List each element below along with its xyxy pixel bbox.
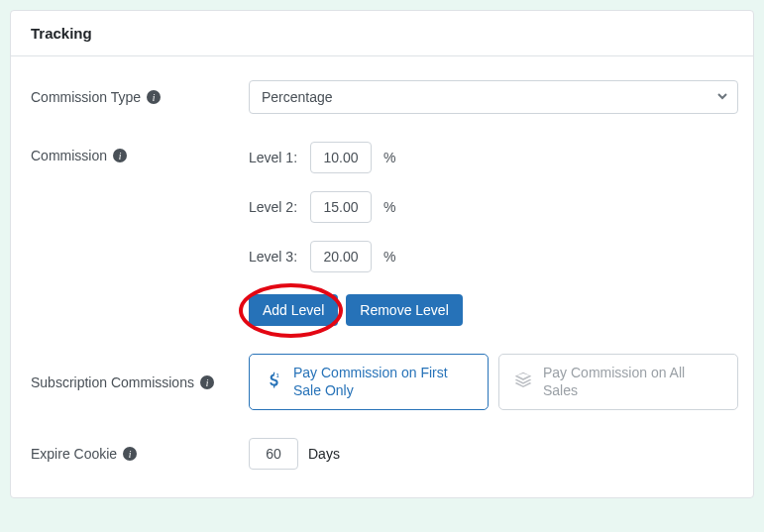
info-icon[interactable]: i: [147, 90, 161, 104]
level-unit: %: [383, 199, 395, 215]
level-3-input[interactable]: [310, 241, 372, 272]
expire-cookie-unit: Days: [308, 446, 340, 462]
commission-type-select-wrap: Percentage: [249, 80, 738, 114]
info-icon[interactable]: i: [123, 447, 137, 461]
row-commission: Commission i Level 1: % Level 2: % Level: [31, 142, 733, 326]
commission-level-row: Level 2: %: [249, 191, 733, 223]
option-all-sales[interactable]: Pay Commission on All Sales: [498, 354, 738, 410]
label-subscription-text: Subscription Commissions: [31, 374, 194, 390]
row-commission-type: Commission Type i Percentage: [31, 80, 733, 114]
label-commission-text: Commission: [31, 148, 107, 163]
panel-body: Commission Type i Percentage Comm: [11, 56, 753, 497]
option-first-text: Pay Commission on First Sale Only: [293, 365, 474, 399]
level-unit: %: [383, 249, 395, 265]
commission-type-value: Percentage: [262, 89, 333, 105]
control-commission: Level 1: % Level 2: % Level 3: % Add Lev…: [249, 142, 733, 326]
control-commission-type: Percentage: [249, 80, 738, 114]
layers-icon: [513, 371, 533, 393]
commission-type-select[interactable]: Percentage: [249, 80, 738, 114]
remove-level-button[interactable]: Remove Level: [346, 294, 463, 326]
row-subscription: Subscription Commissions i 1 Pay Commiss…: [31, 354, 733, 410]
level-button-row: Add Level Remove Level: [249, 294, 733, 326]
row-expire-cookie: Expire Cookie i Days: [31, 438, 733, 470]
level-label: Level 3:: [249, 249, 302, 265]
svg-text:i: i: [119, 151, 122, 161]
expire-cookie-input[interactable]: [249, 438, 298, 470]
info-icon[interactable]: i: [200, 375, 214, 389]
control-subscription: 1 Pay Commission on First Sale Only Pay …: [249, 354, 738, 410]
expire-cookie-row: Days: [249, 438, 733, 470]
option-all-text: Pay Commission on All Sales: [543, 365, 723, 399]
tracking-panel: Tracking Commission Type i Percentage: [10, 10, 754, 498]
dollar-first-icon: 1: [264, 371, 283, 393]
level-label: Level 1:: [249, 150, 302, 165]
subscription-options: 1 Pay Commission on First Sale Only Pay …: [249, 354, 738, 410]
level-unit: %: [383, 150, 395, 165]
panel-title: Tracking: [31, 25, 733, 42]
svg-text:i: i: [206, 376, 209, 387]
svg-text:i: i: [129, 449, 132, 460]
level-2-input[interactable]: [310, 191, 372, 223]
level-label: Level 2:: [249, 199, 302, 215]
commission-level-row: Level 1: %: [249, 142, 733, 173]
label-subscription: Subscription Commissions i: [31, 374, 249, 390]
label-expire-cookie-text: Expire Cookie: [31, 446, 117, 462]
level-1-input[interactable]: [310, 142, 372, 173]
label-commission: Commission i: [31, 142, 249, 163]
svg-text:1: 1: [276, 372, 279, 378]
svg-text:i: i: [153, 92, 156, 103]
control-expire-cookie: Days: [249, 438, 733, 470]
label-expire-cookie: Expire Cookie i: [31, 446, 249, 462]
info-icon[interactable]: i: [113, 149, 127, 162]
label-commission-type-text: Commission Type: [31, 89, 141, 105]
panel-header: Tracking: [11, 11, 753, 56]
option-first-sale[interactable]: 1 Pay Commission on First Sale Only: [249, 354, 489, 410]
label-commission-type: Commission Type i: [31, 89, 249, 105]
add-level-button[interactable]: Add Level: [249, 294, 338, 326]
commission-level-row: Level 3: %: [249, 241, 733, 272]
